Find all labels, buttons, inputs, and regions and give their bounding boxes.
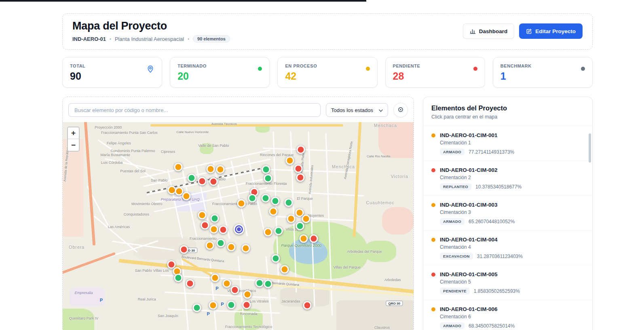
- bar-chart-icon: [470, 28, 476, 34]
- element-marker[interactable]: [296, 222, 304, 230]
- element-marker[interactable]: [210, 225, 218, 233]
- element-marker[interactable]: [211, 273, 219, 282]
- element-list-item[interactable]: IND-AERO-01-CIM-004 Cimentación 4 EXCAVA…: [423, 231, 592, 265]
- element-marker[interactable]: [295, 209, 304, 217]
- element-marker[interactable]: [285, 157, 294, 165]
- zoom-out-button[interactable]: −: [68, 139, 79, 151]
- parking-icon: P: [207, 311, 210, 316]
- stat-value: 20: [177, 70, 207, 82]
- element-marker[interactable]: [242, 300, 251, 309]
- page-header: Mapa del Proyecto IND-AERO-01 • Planta I…: [62, 13, 593, 50]
- element-marker[interactable]: [175, 187, 184, 196]
- element-marker[interactable]: [294, 165, 303, 173]
- element-marker[interactable]: [296, 173, 304, 182]
- element-status-badge: ARMADO: [440, 148, 465, 155]
- element-progress: 68.3450075825014%: [469, 323, 515, 329]
- element-marker[interactable]: [167, 260, 176, 269]
- map-text-label: Fraccionamiento Tecnológico: [225, 325, 272, 329]
- element-marker[interactable]: [209, 301, 217, 309]
- element-marker[interactable]: [297, 146, 305, 154]
- element-marker[interactable]: [223, 279, 231, 288]
- stat-value: 1: [500, 70, 532, 82]
- element-marker[interactable]: [180, 245, 188, 254]
- search-input[interactable]: [68, 103, 321, 117]
- element-marker[interactable]: [262, 165, 270, 174]
- element-marker[interactable]: [264, 228, 272, 237]
- element-marker[interactable]: [192, 304, 201, 312]
- stats-row: TOTAL 90 TERMINADO 20 EN PROCESO 42: [62, 57, 593, 88]
- element-marker[interactable]: [198, 177, 207, 186]
- element-marker[interactable]: [271, 254, 280, 263]
- element-list-item[interactable]: IND-AERO-01-CIM-003 Cimentación 3 ARMADO…: [423, 196, 592, 231]
- element-marker[interactable]: [264, 279, 272, 288]
- stat-value: 42: [285, 70, 317, 82]
- benchmark-marker[interactable]: [234, 224, 244, 235]
- element-marker[interactable]: [300, 234, 308, 243]
- element-name: Cimentación 2: [440, 175, 584, 180]
- elements-count-badge: 90 elementos: [193, 35, 230, 42]
- element-marker[interactable]: [188, 174, 196, 182]
- zoom-in-button[interactable]: +: [68, 127, 79, 139]
- element-marker[interactable]: [231, 286, 239, 294]
- element-marker[interactable]: [274, 227, 283, 235]
- element-marker[interactable]: [209, 178, 218, 186]
- element-marker[interactable]: [271, 197, 280, 205]
- project-map[interactable]: Proyección 2000Fraccionamiento Punta San…: [63, 122, 414, 330]
- element-marker[interactable]: [264, 174, 272, 183]
- edit-project-button[interactable]: Editar Proyecto: [519, 23, 583, 39]
- element-marker[interactable]: [201, 221, 209, 229]
- element-marker[interactable]: [174, 163, 182, 171]
- element-list-item[interactable]: IND-AERO-01-CIM-006 Cimentación 6 ARMADO…: [423, 300, 592, 330]
- element-marker[interactable]: [237, 199, 245, 208]
- element-marker[interactable]: [216, 239, 225, 247]
- element-marker[interactable]: [309, 234, 318, 243]
- element-marker[interactable]: [303, 301, 311, 309]
- element-marker[interactable]: [205, 241, 214, 250]
- map-road: [84, 122, 96, 245]
- map-text-label: Arboledas del Parque: [347, 250, 382, 254]
- dashboard-button[interactable]: Dashboard: [463, 23, 515, 39]
- sidebar-subtitle: Click para centrar en el mapa: [431, 114, 584, 120]
- stat-card-benchmark: BENCHMARK 1: [493, 57, 593, 88]
- element-code: IND-AERO-01-CIM-004: [440, 237, 498, 243]
- element-marker[interactable]: [207, 165, 215, 173]
- element-marker[interactable]: [284, 198, 293, 207]
- map-text-label: Los Vitrales: [250, 299, 269, 303]
- sidebar-scrollbar[interactable]: [589, 133, 591, 163]
- element-marker[interactable]: [174, 273, 182, 282]
- element-marker[interactable]: [280, 265, 289, 273]
- element-marker[interactable]: [210, 214, 219, 223]
- element-list-item[interactable]: IND-AERO-01-CIM-001 Cimentación 1 ARMADO…: [423, 126, 592, 161]
- element-marker[interactable]: [248, 194, 256, 203]
- element-marker[interactable]: [216, 165, 224, 174]
- element-status-badge: ARMADO: [440, 322, 465, 329]
- status-filter-select[interactable]: Todos los estados: [326, 103, 388, 117]
- element-marker[interactable]: [269, 207, 277, 216]
- map-text-label: Avenida Industriales: [308, 165, 314, 194]
- locate-button[interactable]: [393, 103, 408, 117]
- element-marker[interactable]: [186, 279, 194, 288]
- element-list-item[interactable]: IND-AERO-01-CIM-005 Cimentación 5 PENDIE…: [423, 265, 592, 300]
- element-marker[interactable]: [182, 192, 191, 201]
- element-list-item[interactable]: IND-AERO-01-CIM-002 Cimentación 2 REPLAN…: [423, 161, 592, 196]
- element-marker[interactable]: [255, 279, 264, 287]
- element-marker[interactable]: [287, 215, 296, 223]
- element-marker[interactable]: [219, 225, 227, 234]
- element-marker[interactable]: [302, 215, 310, 223]
- map-text-label: Calle Río Nautla: [367, 154, 390, 158]
- map-text-label: Menchaca: [332, 164, 355, 169]
- page-title: Mapa del Proyecto: [72, 20, 230, 32]
- stat-card-en-proceso: EN PROCESO 42: [277, 57, 377, 88]
- status-dot-gray: [581, 67, 585, 71]
- map-text-label: Arboledas: [384, 278, 401, 282]
- element-marker[interactable]: [261, 194, 270, 203]
- element-marker[interactable]: [242, 244, 250, 252]
- map-text-label: Parque Querétaro 2000: [281, 243, 321, 247]
- element-marker[interactable]: [243, 290, 251, 299]
- element-marker[interactable]: [227, 243, 235, 251]
- element-marker[interactable]: [198, 211, 207, 219]
- location-pin-icon: [146, 65, 154, 75]
- map-text-label: Luis Córdoba: [101, 161, 123, 165]
- element-marker[interactable]: [227, 300, 235, 309]
- stat-value: 90: [70, 70, 85, 82]
